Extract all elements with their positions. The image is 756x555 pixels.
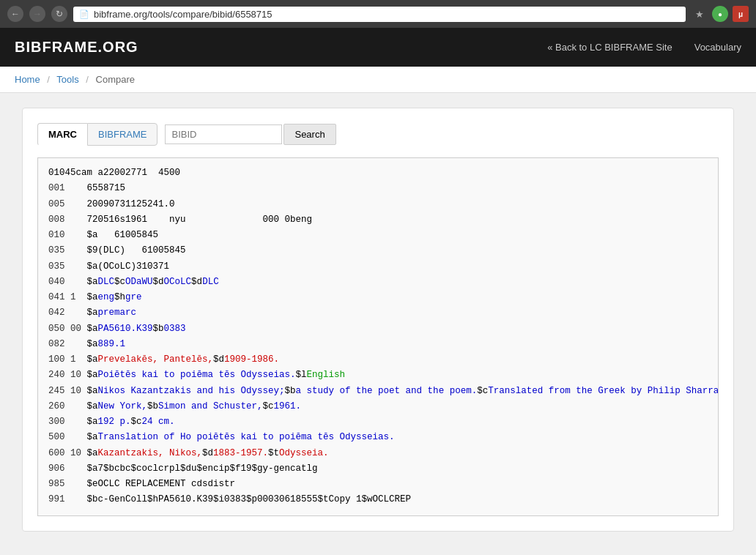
back-to-lc-link[interactable]: « Back to LC BIBFRAME Site [547, 42, 672, 53]
marc-line-050: 050 00 $aPA5610.K39$b0383 [48, 321, 708, 337]
main-content: MARC BIBFRAME Search 01045cam a22002771 … [0, 93, 756, 553]
marc-line-082: 082 $a889.1 [48, 337, 708, 352]
top-nav-links: « Back to LC BIBFRAME Site Vocabulary [547, 42, 741, 53]
marc-line-991: 991 $bc-GenColl$hPA5610.K39$i0383$p00030… [48, 492, 708, 507]
marc-line-041: 041 1 $aeng$hgre [48, 290, 708, 305]
breadcrumb-current: Compare [96, 74, 135, 85]
marc-line-035b: 035 $a(OCoLC)310371 [48, 259, 708, 275]
marc-line-008: 008 720516s1961 nyu 000 0beng [48, 212, 708, 228]
breadcrumb-sep-1: / [47, 74, 50, 85]
marc-line-600: 600 10 $aKazantzakis, Nikos,$d1883-1957.… [48, 446, 708, 461]
marc-line-042: 042 $apremarc [48, 305, 708, 321]
address-bar[interactable]: 📄 bibframe.org/tools/compare/bibid/65587… [73, 7, 686, 22]
bibid-input[interactable] [165, 124, 282, 144]
extension-button-1[interactable]: ● [712, 6, 728, 22]
marc-line-906: 906 $a7$bcbc$coclcrpl$du$encip$f19$gy-ge… [48, 461, 708, 477]
marc-line-260: 260 $aNew York,$bSimon and Schuster,$c19… [48, 399, 708, 414]
back-button[interactable]: ← [7, 6, 23, 22]
marc-line-500: 500 $aTranslation of Ho poiētēs kai to p… [48, 430, 708, 445]
marc-line-leader: 01045cam a22002771 4500 [48, 165, 708, 181]
card: MARC BIBFRAME Search 01045cam a22002771 … [22, 108, 734, 532]
breadcrumb-sep-2: / [86, 74, 89, 85]
reload-button[interactable]: ↻ [51, 6, 67, 22]
marc-line-010: 010 $a 61005845 [48, 228, 708, 243]
tab-marc[interactable]: MARC [37, 123, 87, 146]
marc-line-040: 040 $aDLC$cODaWU$dOCoLC$dDLC [48, 275, 708, 290]
marc-line-100: 100 1 $aPrevelakēs, Pantelēs,$d1909-1986… [48, 352, 708, 368]
url-text: bibframe.org/tools/compare/bibid/6558715 [94, 9, 273, 20]
top-nav: BIBFRAME.ORG « Back to LC BIBFRAME Site … [0, 28, 756, 67]
marc-line-300: 300 $a192 p.$c24 cm. [48, 414, 708, 430]
search-button[interactable]: Search [284, 124, 336, 145]
tab-bibframe[interactable]: BIBFRAME [87, 123, 158, 146]
breadcrumb-tools[interactable]: Tools [56, 74, 78, 85]
breadcrumb-home[interactable]: Home [15, 74, 40, 85]
site-title: BIBFRAME.ORG [15, 39, 138, 56]
vocabulary-link[interactable]: Vocabulary [694, 42, 741, 53]
breadcrumb: Home / Tools / Compare [0, 67, 756, 93]
tabs-search-row: MARC BIBFRAME Search [37, 123, 719, 146]
marc-line-035a: 035 $9(DLC) 61005845 [48, 243, 708, 258]
forward-button[interactable]: → [29, 6, 45, 22]
marc-line-240: 240 10 $aPoiētēs kai to poiēma tēs Odyss… [48, 368, 708, 383]
marc-display: 01045cam a22002771 4500 001 6558715 005 … [37, 157, 719, 516]
marc-line-245: 245 10 $aNikos Kazantzakis and his Odyss… [48, 384, 708, 399]
extension-button-2[interactable]: μ [733, 6, 749, 22]
browser-actions: ★ ● μ [692, 6, 749, 22]
bookmark-button[interactable]: ★ [692, 6, 708, 22]
browser-chrome: ← → ↻ 📄 bibframe.org/tools/compare/bibid… [0, 0, 756, 28]
marc-line-001: 001 6558715 [48, 181, 708, 196]
marc-line-005: 005 20090731125241.0 [48, 197, 708, 212]
marc-line-985: 985 $eOCLC REPLACEMENT cdsdistr [48, 477, 708, 492]
page-icon: 📄 [79, 10, 89, 19]
